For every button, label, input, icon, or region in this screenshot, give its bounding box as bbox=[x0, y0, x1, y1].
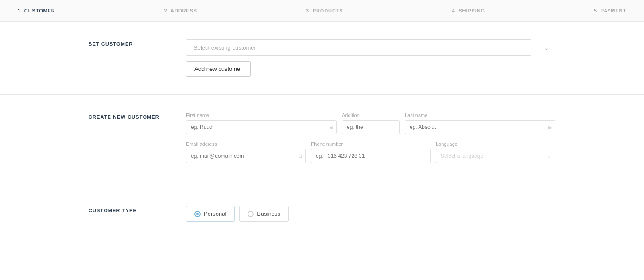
business-option[interactable]: Business bbox=[239, 206, 289, 222]
phone-label: Phone number bbox=[311, 141, 431, 147]
customer-select[interactable]: Select existing customer bbox=[186, 39, 531, 56]
language-group: Language Select a language ⌄ bbox=[436, 141, 555, 163]
main-content: SET CUSTOMER Select existing customer ⌄ … bbox=[0, 22, 644, 239]
customer-select-wrapper: Select existing customer ⌄ bbox=[186, 39, 555, 56]
addition-group: Addition bbox=[342, 113, 400, 134]
email-group: Email address ⊞ bbox=[186, 141, 306, 163]
create-customer-label: CREATE NEW CUSTOMER bbox=[89, 113, 186, 170]
personal-option[interactable]: Personal bbox=[186, 206, 235, 222]
contact-row: Email address ⊞ Phone number Language bbox=[186, 141, 555, 163]
first-name-input-wrapper: ⊞ bbox=[186, 120, 337, 134]
name-row: First name ⊞ Addition Last name bbox=[186, 113, 555, 134]
first-name-input[interactable] bbox=[186, 120, 337, 134]
create-customer-section: CREATE NEW CUSTOMER First name ⊞ Additio… bbox=[0, 95, 644, 188]
email-input[interactable] bbox=[186, 149, 306, 163]
personal-radio-dot bbox=[194, 211, 201, 217]
set-customer-label: SET CUSTOMER bbox=[89, 39, 186, 77]
addition-input[interactable] bbox=[342, 120, 400, 134]
business-radio-dot bbox=[248, 211, 254, 217]
steps-bar: 1. Customer 2. Address 3. Products 4. Sh… bbox=[0, 0, 644, 22]
addition-input-wrapper bbox=[342, 120, 400, 134]
customer-type-label: CUSTOMER TYPE bbox=[89, 206, 186, 222]
set-customer-content: Select existing customer ⌄ Add new custo… bbox=[186, 39, 555, 77]
step-products[interactable]: 3. Products bbox=[306, 8, 343, 13]
last-name-group: Last name ⊞ bbox=[405, 113, 555, 134]
customer-select-chevron-icon: ⌄ bbox=[544, 44, 549, 51]
step-customer[interactable]: 1. Customer bbox=[18, 8, 55, 13]
step-shipping[interactable]: 4. Shipping bbox=[452, 8, 485, 13]
customer-type-section: CUSTOMER TYPE Personal Business bbox=[0, 188, 644, 239]
phone-group: Phone number bbox=[311, 141, 431, 163]
phone-input[interactable] bbox=[311, 149, 431, 163]
step-address[interactable]: 2. Address bbox=[164, 8, 197, 13]
first-name-label: First name bbox=[186, 113, 337, 118]
last-name-input[interactable] bbox=[405, 120, 555, 134]
set-customer-section: SET CUSTOMER Select existing customer ⌄ … bbox=[0, 22, 644, 95]
customer-type-radio-group: Personal Business bbox=[186, 206, 555, 222]
add-new-customer-button[interactable]: Add new customer bbox=[186, 61, 251, 77]
addition-label: Addition bbox=[342, 113, 400, 118]
phone-input-wrapper bbox=[311, 149, 431, 163]
last-name-label: Last name bbox=[405, 113, 555, 118]
email-label: Email address bbox=[186, 141, 306, 147]
language-select[interactable]: Select a language bbox=[436, 149, 555, 163]
personal-label: Personal bbox=[204, 210, 226, 217]
customer-type-content: Personal Business bbox=[186, 206, 555, 222]
create-customer-content: First name ⊞ Addition Last name bbox=[186, 113, 555, 170]
step-payment[interactable]: 5. Payment bbox=[594, 8, 626, 13]
last-name-input-wrapper: ⊞ bbox=[405, 120, 555, 134]
email-input-wrapper: ⊞ bbox=[186, 149, 306, 163]
language-select-wrapper: Select a language ⌄ bbox=[436, 149, 555, 163]
first-name-group: First name ⊞ bbox=[186, 113, 337, 134]
language-label: Language bbox=[436, 141, 555, 147]
business-label: Business bbox=[257, 210, 280, 217]
